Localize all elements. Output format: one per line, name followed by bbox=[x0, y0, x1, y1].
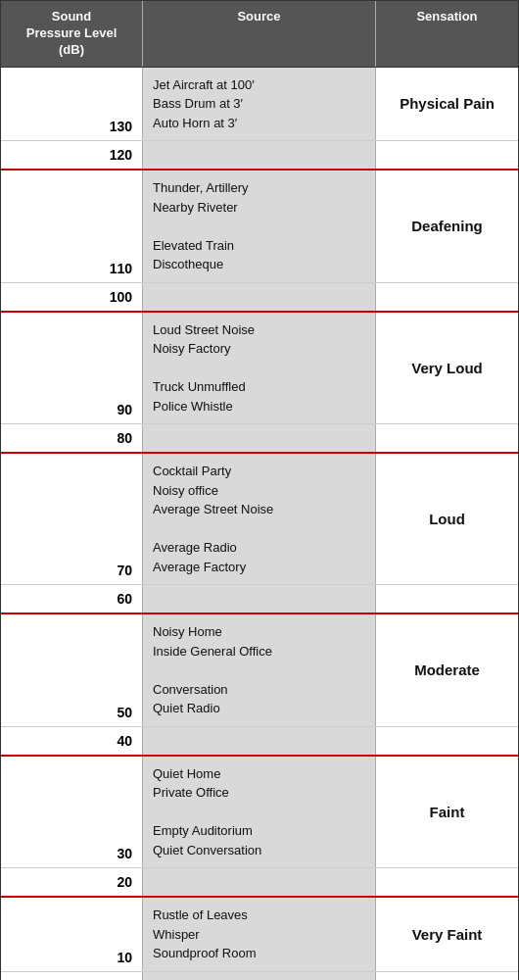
source-text: Jet Aircraft at 100′Bass Drum at 3′Auto … bbox=[143, 68, 376, 141]
db-value: 20 bbox=[1, 868, 143, 896]
sensation-text bbox=[376, 868, 518, 896]
sensation-text: Loud bbox=[376, 454, 518, 584]
db-value: 0 bbox=[1, 972, 143, 980]
table-row: 80 bbox=[1, 424, 518, 454]
db-value: 100 bbox=[1, 283, 143, 311]
source-text: Noisy HomeInside General OfficeConversat… bbox=[143, 614, 376, 726]
table-row: 0Threshold of Audibility bbox=[1, 972, 518, 980]
source-text bbox=[143, 283, 376, 311]
db-value: 10 bbox=[1, 898, 143, 971]
db-value: 40 bbox=[1, 727, 143, 755]
db-value: 110 bbox=[1, 171, 143, 282]
source-text: Quiet HomePrivate OfficeEmpty Auditorium… bbox=[143, 757, 376, 868]
source-text: Thunder, ArtilleryNearby RiveterElevated… bbox=[143, 171, 376, 282]
table-row: 100 bbox=[1, 283, 518, 313]
db-value: 50 bbox=[1, 614, 143, 726]
db-value: 80 bbox=[1, 424, 143, 452]
source-text: Rustle of LeavesWhisperSoundproof Room bbox=[143, 898, 376, 971]
header-sensation: Sensation bbox=[376, 1, 518, 67]
source-text bbox=[143, 141, 376, 169]
db-value: 30 bbox=[1, 757, 143, 868]
table-row: 10Rustle of LeavesWhisperSoundproof Room… bbox=[1, 898, 518, 972]
sensation-text: Very Loud bbox=[376, 313, 518, 424]
source-text bbox=[143, 868, 376, 896]
table-row: 30Quiet HomePrivate OfficeEmpty Auditori… bbox=[1, 757, 518, 869]
db-value: 70 bbox=[1, 454, 143, 584]
table-row: 50Noisy HomeInside General OfficeConvers… bbox=[1, 614, 518, 727]
db-value: 60 bbox=[1, 585, 143, 612]
source-text bbox=[143, 727, 376, 755]
table-row: 40 bbox=[1, 727, 518, 757]
table-row: 20 bbox=[1, 868, 518, 898]
source-text: Loud Street NoiseNoisy FactoryTruck Unmu… bbox=[143, 313, 376, 424]
sensation-text bbox=[376, 424, 518, 452]
db-value: 90 bbox=[1, 313, 143, 424]
db-value: 120 bbox=[1, 141, 143, 169]
table-row: 110Thunder, ArtilleryNearby RiveterEleva… bbox=[1, 171, 518, 283]
sensation-text: Faint bbox=[376, 757, 518, 868]
sensation-text bbox=[376, 972, 518, 980]
sensation-text bbox=[376, 585, 518, 612]
source-text bbox=[143, 424, 376, 452]
header-source: Source bbox=[143, 1, 376, 67]
source-text: Threshold of Audibility bbox=[143, 972, 376, 980]
sound-pressure-table: SoundPressure Level(dB) Source Sensation… bbox=[0, 0, 519, 980]
table-row: 130Jet Aircraft at 100′Bass Drum at 3′Au… bbox=[1, 68, 518, 142]
table-row: 70Cocktail PartyNoisy officeAverage Stre… bbox=[1, 454, 518, 585]
table-row: 90Loud Street NoiseNoisy FactoryTruck Un… bbox=[1, 313, 518, 425]
sensation-text: Moderate bbox=[376, 614, 518, 726]
table-row: 120 bbox=[1, 141, 518, 171]
sensation-text: Deafening bbox=[376, 171, 518, 282]
sensation-text: Physical Pain bbox=[376, 68, 518, 141]
table-body: 130Jet Aircraft at 100′Bass Drum at 3′Au… bbox=[1, 68, 518, 980]
sensation-text bbox=[376, 283, 518, 311]
table-row: 60 bbox=[1, 585, 518, 614]
sensation-text: Very Faint bbox=[376, 898, 518, 971]
db-value: 130 bbox=[1, 68, 143, 141]
sensation-text bbox=[376, 141, 518, 169]
sensation-text bbox=[376, 727, 518, 755]
table-header: SoundPressure Level(dB) Source Sensation bbox=[1, 1, 518, 68]
source-text: Cocktail PartyNoisy officeAverage Street… bbox=[143, 454, 376, 584]
header-db: SoundPressure Level(dB) bbox=[1, 1, 143, 67]
source-text bbox=[143, 585, 376, 612]
